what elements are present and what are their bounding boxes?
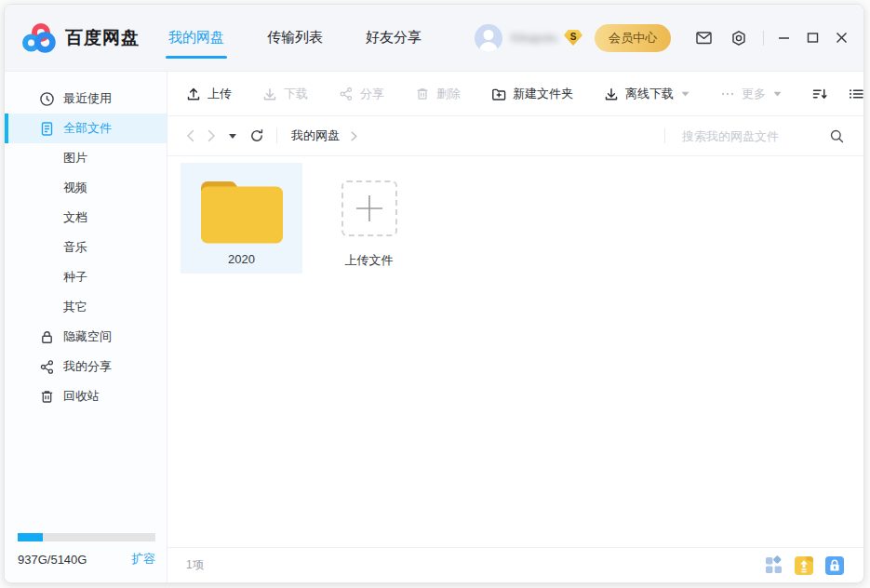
- storage-fill: [18, 533, 43, 541]
- minimize-button[interactable]: [778, 32, 790, 44]
- lock-icon: [39, 329, 55, 345]
- upload-dropzone[interactable]: [341, 180, 397, 236]
- folder-tile-2020[interactable]: 2020: [181, 163, 302, 274]
- sidebar-item-torrents[interactable]: 种子: [5, 262, 167, 292]
- file-grid: 2020 上传文件: [167, 156, 863, 547]
- history-dropdown-icon[interactable]: [229, 134, 236, 139]
- mini-apps-icon[interactable]: [764, 555, 783, 575]
- folder-icon: [197, 177, 287, 246]
- transfer-upload-icon[interactable]: [794, 555, 814, 576]
- plus-icon: [355, 194, 384, 223]
- username: Kikapolu: [511, 31, 557, 45]
- maximize-button[interactable]: [807, 32, 819, 44]
- user-area: Kikapolu S 会员中心: [475, 24, 671, 52]
- item-count: 1项: [186, 557, 204, 573]
- storage-usage-text: 937G/5140G: [18, 553, 87, 567]
- mail-icon[interactable]: [695, 30, 713, 46]
- upload-button[interactable]: 上传: [186, 86, 232, 102]
- share-nodes-icon: [39, 359, 55, 375]
- view-controls: [812, 87, 864, 101]
- chevron-down-icon: [681, 91, 689, 97]
- breadcrumb-chevron-icon: [351, 131, 357, 141]
- delete-button[interactable]: 删除: [415, 86, 461, 102]
- sidebar-item-music[interactable]: 音乐: [5, 233, 167, 262]
- svip-level-badge-icon[interactable]: S: [564, 30, 582, 46]
- app-title: 百度网盘: [65, 26, 140, 50]
- tab-friend-share[interactable]: 好友分享: [365, 27, 422, 48]
- forward-button[interactable]: [207, 129, 216, 142]
- sidebar-item-hidden-space[interactable]: 隐藏空间: [5, 322, 167, 352]
- upload-tile-label: 上传文件: [308, 252, 430, 269]
- pathbar: 我的网盘: [167, 116, 863, 156]
- file-list-icon: [39, 121, 55, 137]
- offline-download-button[interactable]: 离线下载: [604, 86, 689, 102]
- close-button[interactable]: [836, 32, 848, 44]
- header-divider: [763, 31, 764, 46]
- sidebar-item-recycle-bin[interactable]: 回收站: [5, 381, 167, 411]
- header: 百度网盘 我的网盘 传输列表 好友分享 Kikapolu S 会员中心: [5, 5, 863, 72]
- window-controls: [778, 32, 848, 44]
- trash-icon: [39, 389, 55, 405]
- upload-file-tile[interactable]: 上传文件: [308, 163, 430, 274]
- storage-meter: 937G/5140G 扩容: [18, 533, 155, 568]
- list-view-icon[interactable]: [849, 87, 864, 101]
- sidebar: 最近使用 全部文件 图片 视频 文档 音乐 种子: [5, 72, 167, 582]
- more-button[interactable]: 更多: [720, 86, 782, 102]
- search-divider: [664, 128, 665, 143]
- settings-gear-icon[interactable]: [730, 30, 747, 47]
- avatar[interactable]: [475, 24, 502, 52]
- logo: 百度网盘: [21, 22, 140, 53]
- trash-icon: [415, 87, 430, 101]
- hidden-space-lock-icon[interactable]: [824, 555, 845, 576]
- app-window: 百度网盘 我的网盘 传输列表 好友分享 Kikapolu S 会员中心: [4, 4, 864, 583]
- sidebar-item-documents[interactable]: 文档: [5, 203, 167, 233]
- expand-storage-link[interactable]: 扩容: [131, 551, 155, 568]
- sidebar-item-all-files[interactable]: 全部文件: [5, 114, 167, 143]
- header-icons: [695, 30, 747, 47]
- offline-download-icon: [604, 87, 619, 101]
- storage-bar: [18, 533, 155, 541]
- share-nodes-icon: [339, 87, 354, 101]
- sidebar-item-others[interactable]: 其它: [5, 292, 167, 322]
- folder-plus-icon: [491, 87, 506, 101]
- toolbar: 上传 下载 分享: [167, 72, 863, 116]
- main-tabs: 我的网盘 传输列表 好友分享: [167, 5, 422, 71]
- sidebar-item-videos[interactable]: 视频: [5, 173, 167, 203]
- ellipsis-icon: [720, 87, 735, 101]
- search-icon[interactable]: [829, 128, 845, 144]
- upload-icon: [186, 87, 201, 101]
- folder-name: 2020: [181, 252, 302, 266]
- refresh-icon[interactable]: [249, 128, 264, 143]
- new-folder-button[interactable]: 新建文件夹: [491, 86, 573, 102]
- sidebar-item-recent[interactable]: 最近使用: [5, 84, 167, 114]
- sort-order-icon[interactable]: [812, 87, 828, 101]
- share-button[interactable]: 分享: [339, 86, 384, 102]
- clock-icon: [39, 91, 55, 107]
- sidebar-item-pictures[interactable]: 图片: [5, 143, 167, 173]
- search-area: [664, 128, 845, 144]
- baidu-netdisk-logo-icon: [21, 22, 57, 53]
- pathbar-divider: [276, 128, 277, 143]
- back-button[interactable]: [186, 129, 194, 142]
- download-button[interactable]: 下载: [262, 86, 308, 102]
- tab-transfer-list[interactable]: 传输列表: [266, 27, 324, 48]
- search-input[interactable]: [680, 128, 823, 144]
- breadcrumb-root[interactable]: 我的网盘: [291, 127, 340, 144]
- statusbar: 1项: [167, 547, 863, 582]
- download-icon: [262, 87, 277, 101]
- tab-my-drive[interactable]: 我的网盘: [167, 27, 225, 48]
- chevron-down-icon: [773, 91, 782, 97]
- statusbar-quick-icons: [764, 555, 845, 576]
- vip-center-button[interactable]: 会员中心: [595, 24, 671, 52]
- sidebar-item-my-shares[interactable]: 我的分享: [5, 352, 167, 381]
